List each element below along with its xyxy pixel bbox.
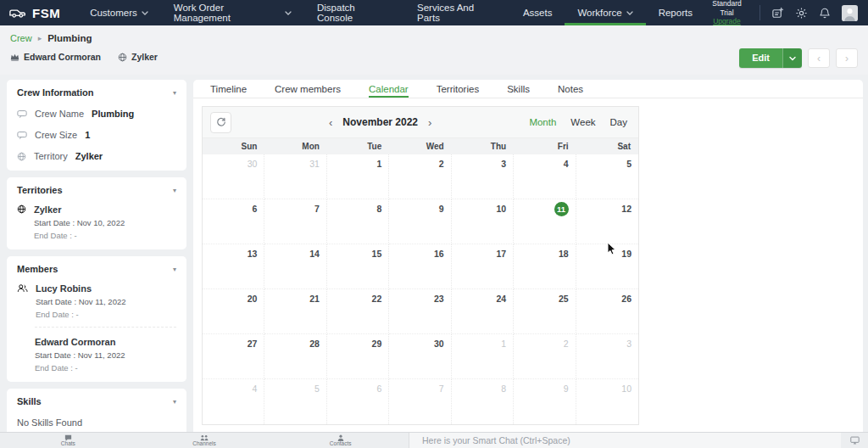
smart-chat-input[interactable]: Here is your Smart Chat (Ctrl+Space)	[409, 433, 841, 448]
calendar-day[interactable]: 10	[576, 379, 638, 424]
next-record-button[interactable]: ›	[836, 48, 858, 68]
calendar-day[interactable]: 6	[327, 379, 389, 424]
calendar-day[interactable]: 31	[264, 154, 326, 199]
card-header: Territories ▾	[17, 185, 176, 195]
calendar-day[interactable]: 4	[203, 379, 264, 424]
nav-item-assets[interactable]: Assets	[510, 0, 565, 25]
nav-item-work-order-management[interactable]: Work Order Management	[161, 0, 304, 25]
territory-name: Zylker	[34, 204, 125, 215]
calendar-day[interactable]: 18	[514, 244, 576, 289]
edit-button[interactable]: Edit	[739, 48, 782, 68]
calendar-day[interactable]: 14	[264, 244, 326, 289]
calendar-day[interactable]: 2	[514, 334, 576, 379]
edit-dropdown-button[interactable]	[782, 48, 802, 68]
calendar-day[interactable]: 24	[452, 289, 514, 334]
calendar-day[interactable]: 5	[576, 154, 638, 199]
card-title: Skills	[17, 396, 42, 406]
view-day-button[interactable]: Day	[610, 117, 627, 127]
tab-notes[interactable]: Notes	[558, 80, 583, 98]
view-month-button[interactable]: Month	[529, 117, 556, 127]
tab-timeline[interactable]: Timeline	[210, 80, 247, 98]
calendar-day[interactable]: 3	[452, 154, 514, 199]
settings-gear-icon[interactable]	[795, 7, 808, 20]
calendar-day[interactable]: 19	[576, 244, 638, 289]
chat-shortcut-contacts[interactable]: Contacts	[272, 433, 409, 448]
calendar-day[interactable]: 21	[264, 289, 326, 334]
calendar-day[interactable]: 1	[452, 334, 514, 379]
nav-item-dispatch-console[interactable]: Dispatch Console	[304, 0, 404, 25]
chat-shortcut-channels[interactable]: Channels	[136, 433, 273, 448]
member-list: Lucy RobinsStart Date : Nov 11, 2022End …	[17, 283, 176, 372]
view-week-button[interactable]: Week	[570, 117, 595, 127]
calendar-day[interactable]: 8	[452, 379, 514, 424]
calendar-day[interactable]: 23	[389, 289, 451, 334]
calendar-day[interactable]: 27	[203, 334, 264, 379]
member-item: Lucy RobinsStart Date : Nov 11, 2022End …	[17, 283, 176, 319]
fsm-logo[interactable]: FSM	[8, 0, 60, 25]
tab-territories[interactable]: Territories	[437, 80, 479, 98]
calendar-day[interactable]: 26	[576, 289, 638, 334]
previous-month-button[interactable]: ‹	[329, 117, 332, 128]
day-number: 12	[621, 204, 632, 214]
day-number: 1	[376, 159, 381, 169]
calendar-day[interactable]: 28	[264, 334, 326, 379]
calendar-day[interactable]: 8	[327, 199, 389, 244]
calendar-day[interactable]: 12	[576, 199, 638, 244]
card-title: Territories	[17, 185, 63, 195]
nav-item-customers[interactable]: Customers	[77, 0, 161, 25]
calendar-day[interactable]: 29	[327, 334, 389, 379]
next-month-button[interactable]: ›	[428, 117, 431, 128]
calendar-day[interactable]: 6	[203, 199, 264, 244]
calendar-day[interactable]: 7	[389, 379, 451, 424]
chat-shortcut-chats[interactable]: Chats	[0, 433, 136, 448]
record-tags: Edward Cormoran Zylker	[10, 52, 858, 62]
field-crew-size: Crew Size 1	[17, 130, 176, 140]
compose-note-icon[interactable]	[771, 7, 784, 20]
chevron-down-icon	[285, 11, 292, 15]
nav-item-workforce[interactable]: Workforce	[565, 0, 645, 25]
tab-calendar[interactable]: Calendar	[369, 80, 409, 98]
calendar-day[interactable]: 3	[576, 334, 638, 379]
calendar-day[interactable]: 10	[452, 199, 514, 244]
calendar-day[interactable]: 20	[203, 289, 264, 334]
calendar-day[interactable]: 9	[389, 199, 451, 244]
tab-crew-members[interactable]: Crew members	[275, 80, 341, 98]
territory-list: ZylkerStart Date : Nov 10, 2022End Date …	[17, 204, 176, 240]
calendar-day[interactable]: 15	[327, 244, 389, 289]
collapse-caret-icon[interactable]: ▾	[173, 89, 176, 97]
day-number: 18	[559, 249, 569, 259]
chat-devices-icon[interactable]	[841, 433, 868, 448]
nav-item-services-and-parts[interactable]: Services And Parts	[404, 0, 510, 25]
day-number: 17	[496, 249, 506, 259]
day-number: 24	[496, 294, 506, 304]
calendar-day[interactable]: 4	[514, 154, 576, 199]
calendar-day[interactable]: 22	[327, 289, 389, 334]
collapse-caret-icon[interactable]: ▾	[173, 398, 176, 406]
user-avatar[interactable]	[842, 5, 858, 21]
nav-item-reports[interactable]: Reports	[646, 0, 705, 25]
calendar-day[interactable]: 9	[514, 379, 576, 424]
weekday-label: Tue	[327, 138, 389, 154]
calendar-day[interactable]: 7	[264, 199, 326, 244]
calendar-day[interactable]: 17	[452, 244, 514, 289]
calendar-day-today[interactable]: 11	[514, 199, 576, 244]
calendar-day[interactable]: 16	[389, 244, 451, 289]
day-number: 15	[372, 249, 382, 259]
tab-skills[interactable]: Skills	[507, 80, 530, 98]
calendar-day[interactable]: 13	[203, 244, 264, 289]
breadcrumb-crew-link[interactable]: Crew	[10, 33, 32, 43]
calendar-day[interactable]: 1	[327, 154, 389, 199]
collapse-caret-icon[interactable]: ▾	[173, 266, 176, 273]
collapse-caret-icon[interactable]: ▾	[173, 187, 176, 194]
notifications-bell-icon[interactable]	[819, 7, 831, 20]
calendar-day[interactable]: 5	[264, 379, 326, 424]
calendar-day[interactable]: 2	[389, 154, 451, 199]
record-tag-label: Edward Cormoran	[24, 52, 101, 62]
calendar-day[interactable]: 30	[203, 154, 264, 199]
breadcrumb-separator-icon: ▸	[38, 34, 42, 42]
calendar-day[interactable]: 25	[514, 289, 576, 334]
day-number: 6	[253, 204, 258, 214]
calendar-day[interactable]: 30	[389, 334, 451, 379]
refresh-button[interactable]	[210, 112, 231, 133]
previous-record-button[interactable]: ‹	[808, 48, 830, 68]
